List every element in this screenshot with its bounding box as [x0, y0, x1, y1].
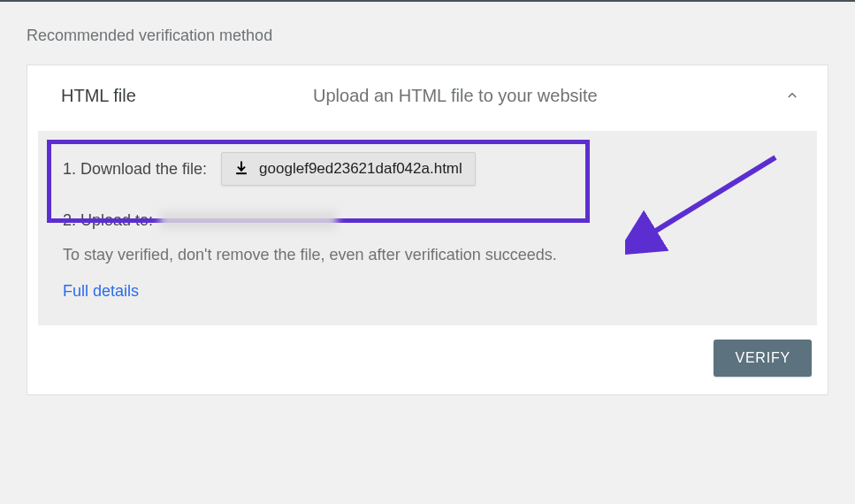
step-1-label: 1. Download the file:: [63, 160, 207, 179]
chevron-up-icon[interactable]: [782, 85, 803, 106]
download-icon: [233, 160, 250, 178]
card-subtitle: Upload an HTML file to your website: [313, 86, 782, 106]
step-2-row: 2. Upload to:: [63, 210, 792, 230]
upload-destination-redacted: [160, 210, 337, 230]
download-filename: googlef9ed23621daf042a.html: [259, 160, 462, 178]
svg-rect-0: [236, 172, 247, 174]
verification-note: To stay verified, don't remove the file,…: [63, 246, 792, 264]
page-heading: Recommended verification method: [27, 27, 828, 45]
card-actions: VERIFY: [27, 325, 828, 394]
verify-button[interactable]: VERIFY: [714, 340, 812, 377]
expanded-content: 1. Download the file: googlef9ed23621daf…: [38, 131, 817, 325]
step-2-label: 2. Upload to:: [63, 211, 153, 230]
download-file-button[interactable]: googlef9ed23621daf042a.html: [221, 152, 476, 186]
card-title: HTML file: [61, 86, 313, 106]
step-1-row: 1. Download the file: googlef9ed23621daf…: [63, 152, 792, 186]
card-header[interactable]: HTML file Upload an HTML file to your we…: [27, 65, 828, 120]
verification-card: HTML file Upload an HTML file to your we…: [27, 65, 828, 395]
full-details-link[interactable]: Full details: [63, 282, 139, 301]
